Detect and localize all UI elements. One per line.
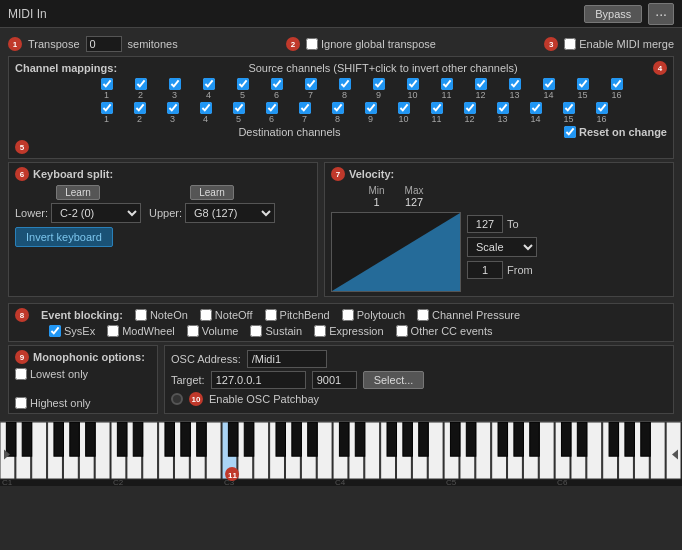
bypass-button[interactable]: Bypass (584, 5, 642, 23)
expression-label: Expression (314, 325, 383, 337)
src-ch-checkbox-14[interactable] (543, 78, 555, 90)
dst-ch-checkbox-3[interactable] (167, 102, 179, 114)
piano-canvas[interactable] (0, 422, 682, 486)
osc-port-input[interactable] (312, 371, 357, 389)
src-ch-checkbox-4[interactable] (203, 78, 215, 90)
lowest-only-checkbox[interactable] (15, 368, 27, 380)
src-ch-num-7: 7 (308, 90, 313, 100)
noteon-checkbox[interactable] (135, 309, 147, 321)
dst-ch-checkbox-9[interactable] (365, 102, 377, 114)
upper-learn-button[interactable]: Learn (190, 185, 234, 200)
src-ch-checkbox-1[interactable] (101, 78, 113, 90)
dst-ch-checkbox-1[interactable] (101, 102, 113, 114)
expression-checkbox[interactable] (314, 325, 326, 337)
dst-ch-6: 6 (255, 102, 288, 124)
channel-mappings-label: Channel mappings: (15, 62, 117, 74)
keyboard-split-section: 6 Keyboard split: Learn Lower: C-2 (0) L… (8, 162, 318, 297)
reset-on-change-checkbox[interactable] (564, 126, 576, 138)
src-ch-4: 4 (192, 78, 225, 100)
src-ch-checkbox-2[interactable] (135, 78, 147, 90)
src-ch-num-4: 4 (206, 90, 211, 100)
src-ch-checkbox-13[interactable] (509, 78, 521, 90)
src-ch-checkbox-6[interactable] (271, 78, 283, 90)
transpose-input[interactable] (86, 36, 122, 52)
dst-ch-checkbox-6[interactable] (266, 102, 278, 114)
osc-address-input[interactable] (247, 350, 327, 368)
src-ch-checkbox-11[interactable] (441, 78, 453, 90)
lower-select[interactable]: C-2 (0) (51, 203, 141, 223)
pitchbend-checkbox[interactable] (265, 309, 277, 321)
dst-ch-checkbox-14[interactable] (530, 102, 542, 114)
channel-mappings-section: Channel mappings: Source channels (SHIFT… (8, 56, 674, 159)
vel-scale-select[interactable]: Scale (467, 237, 537, 257)
other-cc-checkbox[interactable] (396, 325, 408, 337)
src-ch-checkbox-10[interactable] (407, 78, 419, 90)
patchbay-radio[interactable] (171, 393, 183, 405)
pitchbend-label: PitchBend (265, 309, 330, 321)
lower-learn-button[interactable]: Learn (56, 185, 100, 200)
dst-ch-checkbox-15[interactable] (563, 102, 575, 114)
dest-channels-row: 12345678910111213141516 (90, 102, 618, 124)
dst-ch-11: 11 (420, 102, 453, 124)
event-blocking-label: Event blocking: (41, 309, 123, 321)
src-ch-num-5: 5 (240, 90, 245, 100)
menu-dots-button[interactable]: ··· (648, 3, 674, 25)
dst-ch-checkbox-12[interactable] (464, 102, 476, 114)
dst-ch-num-11: 11 (431, 114, 441, 124)
dst-ch-checkbox-8[interactable] (332, 102, 344, 114)
dst-ch-16: 16 (585, 102, 618, 124)
src-ch-num-14: 14 (543, 90, 553, 100)
vel-to-input[interactable] (467, 215, 503, 233)
highest-only-checkbox[interactable] (15, 397, 27, 409)
upper-select[interactable]: G8 (127) (185, 203, 275, 223)
src-ch-checkbox-9[interactable] (373, 78, 385, 90)
badge-5: 5 (15, 140, 29, 154)
vel-from-input[interactable] (467, 261, 503, 279)
dst-ch-num-16: 16 (596, 114, 606, 124)
dst-ch-checkbox-4[interactable] (200, 102, 212, 114)
src-ch-checkbox-3[interactable] (169, 78, 181, 90)
dst-ch-12: 12 (453, 102, 486, 124)
dst-ch-checkbox-2[interactable] (134, 102, 146, 114)
noteoff-checkbox[interactable] (200, 309, 212, 321)
velocity-canvas (331, 212, 461, 292)
src-ch-checkbox-12[interactable] (475, 78, 487, 90)
sustain-checkbox[interactable] (250, 325, 262, 337)
enable-midi-checkbox[interactable] (564, 38, 576, 50)
dst-ch-num-7: 7 (302, 114, 307, 124)
ignore-global-checkbox[interactable] (306, 38, 318, 50)
dst-ch-checkbox-11[interactable] (431, 102, 443, 114)
src-ch-16: 16 (600, 78, 633, 100)
bottom-sections: 9 Monophonic options: Lowest only Highes… (8, 345, 674, 414)
osc-ip-input[interactable] (211, 371, 306, 389)
src-ch-checkbox-15[interactable] (577, 78, 589, 90)
dst-ch-checkbox-13[interactable] (497, 102, 509, 114)
modwheel-checkbox[interactable] (107, 325, 119, 337)
vel-min-value: 1 (368, 196, 384, 208)
polytouch-checkbox[interactable] (342, 309, 354, 321)
src-ch-2: 2 (124, 78, 157, 100)
src-ch-7: 7 (294, 78, 327, 100)
sysex-checkbox[interactable] (49, 325, 61, 337)
osc-select-button[interactable]: Select... (363, 371, 425, 389)
channel-pressure-checkbox[interactable] (417, 309, 429, 321)
event-row-2: SysEx ModWheel Volume Sustain Expression… (15, 325, 667, 337)
dst-ch-4: 4 (189, 102, 222, 124)
title-bar: MIDI In Bypass ··· (0, 0, 682, 28)
invert-keyboard-button[interactable]: Invert keyboard (15, 227, 113, 247)
dst-ch-checkbox-5[interactable] (233, 102, 245, 114)
badge-9: 9 (15, 350, 29, 364)
window-title: MIDI In (8, 7, 47, 21)
dst-ch-checkbox-10[interactable] (398, 102, 410, 114)
dst-ch-num-12: 12 (464, 114, 474, 124)
src-ch-num-11: 11 (441, 90, 451, 100)
src-ch-checkbox-5[interactable] (237, 78, 249, 90)
volume-checkbox[interactable] (187, 325, 199, 337)
dst-ch-9: 9 (354, 102, 387, 124)
dst-ch-checkbox-7[interactable] (299, 102, 311, 114)
src-ch-checkbox-8[interactable] (339, 78, 351, 90)
src-ch-checkbox-16[interactable] (611, 78, 623, 90)
upper-label: Upper: (149, 207, 182, 219)
dst-ch-checkbox-16[interactable] (596, 102, 608, 114)
src-ch-checkbox-7[interactable] (305, 78, 317, 90)
